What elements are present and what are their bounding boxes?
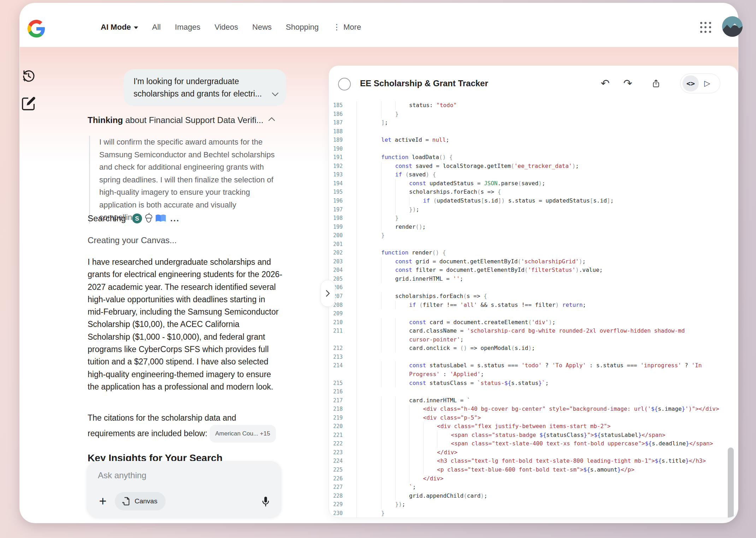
tab-ai-mode-label: AI Mode xyxy=(101,23,131,32)
code-row: 206 xyxy=(329,283,738,292)
line-number: 194 xyxy=(329,179,356,188)
ask-input[interactable] xyxy=(97,470,268,481)
line-number: 191 xyxy=(329,153,356,162)
gutter-divider xyxy=(356,101,357,517)
line-number: 203 xyxy=(329,257,356,266)
undo-button[interactable]: ↶ xyxy=(598,76,612,90)
code-line-text: render(); xyxy=(381,223,426,232)
line-number: 224 xyxy=(329,457,356,466)
more-vert-icon: ⋮ xyxy=(333,23,341,31)
thinking-topic: about Financial Support Data Verifi... xyxy=(123,115,264,125)
canvas-toggle-button[interactable]: Canvas xyxy=(115,492,166,510)
citation-chip[interactable]: American Cou... +15 xyxy=(209,425,276,443)
code-line-text: ]; xyxy=(381,118,388,127)
code-line-text: <div class="flex justify-between items-s… xyxy=(381,422,610,431)
new-chat-button[interactable] xyxy=(20,95,37,112)
code-line-text: const grid = document.getElementById('sc… xyxy=(381,257,586,266)
code-row: 208 if (filter !== 'all' && s.status !==… xyxy=(329,301,738,310)
redo-icon: ↷ xyxy=(623,78,632,89)
line-number: 202 xyxy=(329,248,356,257)
code-row: 196 if (updatedStatus[s.id]) s.status = … xyxy=(329,197,738,205)
code-row: 202function render() { xyxy=(329,248,738,257)
canvas-doc-icon xyxy=(121,496,131,506)
tab-ai-mode[interactable]: AI Mode xyxy=(101,23,138,32)
tab-news-label: News xyxy=(252,23,272,32)
code-line-text: <p class="text-blue-600 font-bold text-s… xyxy=(381,466,634,474)
line-number: 188 xyxy=(329,127,356,136)
code-row: 212 card.onclick = () => openModal(s.id)… xyxy=(329,344,738,353)
tab-videos[interactable]: Videos xyxy=(214,23,238,32)
line-number: 216 xyxy=(329,387,356,396)
code-view-button[interactable]: <> xyxy=(683,75,699,92)
canvas-status-circle-icon[interactable] xyxy=(338,78,351,90)
creating-canvas-status: Creating your Canvas... xyxy=(88,235,177,245)
history-button[interactable] xyxy=(20,68,37,84)
code-row: 204 const filter = document.getElementBy… xyxy=(329,266,738,275)
code-editor[interactable]: 185 status: "todo"186 }187];188189let ac… xyxy=(329,101,738,517)
tab-news[interactable]: News xyxy=(252,23,272,32)
line-number: 193 xyxy=(329,170,356,179)
line-number: 226 xyxy=(329,474,356,483)
searching-ellipsis: ... xyxy=(170,214,179,223)
redo-button[interactable]: ↷ xyxy=(621,76,635,90)
answer-paragraph-text: I have researched undergraduate scholars… xyxy=(88,257,282,391)
code-row: 224 <h3 class="text-lg font-bold text-sl… xyxy=(329,457,738,466)
line-number: 230 xyxy=(329,509,356,517)
code-line-text: Progress' : 'Applied'; xyxy=(381,370,484,379)
line-number: 195 xyxy=(329,188,356,197)
code-row: 228 grid.appendChild(card); xyxy=(329,492,738,501)
tab-more[interactable]: ⋮ More xyxy=(333,23,361,32)
line-number: 227 xyxy=(329,483,356,492)
code-row: 205 grid.innerHTML = ''; xyxy=(329,275,738,283)
panel-expand-handle[interactable] xyxy=(320,280,335,307)
code-row: 216 xyxy=(329,387,738,396)
line-number: 214 xyxy=(329,361,356,370)
line-number: 215 xyxy=(329,379,356,388)
google-apps-icon[interactable] xyxy=(700,22,711,33)
code-scrollbar-thumb[interactable] xyxy=(728,448,734,517)
tab-images[interactable]: Images xyxy=(175,23,200,32)
user-query-bubble[interactable]: I'm looking for undergraduate scholarshi… xyxy=(124,69,286,106)
line-number: 222 xyxy=(329,439,356,448)
code-line-text: </div> xyxy=(381,474,443,483)
mic-button[interactable] xyxy=(258,494,273,509)
code-line-text: if (saved) { xyxy=(381,170,436,179)
searching-label: Searching xyxy=(88,214,126,223)
code-line-text: scholarships.forEach(s => { xyxy=(381,292,487,301)
code-line-text: } xyxy=(381,110,398,119)
code-line-text: } xyxy=(381,509,385,517)
preview-run-button[interactable]: ▷ xyxy=(700,75,714,92)
code-line-text: const updatedStatus = JSON.parse(saved); xyxy=(381,179,545,188)
code-line-text: </div> xyxy=(381,448,457,457)
code-row: 215 const statusClass = `status-${s.stat… xyxy=(329,379,738,388)
line-number: 201 xyxy=(329,240,356,249)
code-row: 225 <p class="text-blue-600 font-bold te… xyxy=(329,466,738,474)
code-line-text: scholarships.forEach(s => { xyxy=(381,188,501,197)
google-logo[interactable] xyxy=(28,20,45,37)
code-row: 198 } xyxy=(329,214,738,223)
favicon-book-icon xyxy=(155,213,167,224)
code-line-text: card.className = 'scholarship-card bg-wh… xyxy=(381,327,685,335)
favicon-s-icon: S xyxy=(131,213,143,224)
line-number: 210 xyxy=(329,318,356,327)
avatar[interactable] xyxy=(722,16,743,37)
code-row: 193 if (saved) { xyxy=(329,170,738,179)
line-number: 229 xyxy=(329,500,356,509)
code-row: 186 } xyxy=(329,110,738,119)
line-number xyxy=(329,335,356,344)
canvas-pill-label: Canvas xyxy=(135,497,157,505)
line-number: 209 xyxy=(329,309,356,318)
code-line-text: <div class="p-5"> xyxy=(381,414,481,422)
tab-all[interactable]: All xyxy=(152,23,161,32)
code-line-text: card.onclick = () => openModal(s.id); xyxy=(381,344,535,353)
chevron-right-icon xyxy=(325,290,330,297)
add-button[interactable]: + xyxy=(95,493,111,509)
share-button[interactable] xyxy=(649,76,663,90)
chevron-down-icon xyxy=(271,92,279,97)
tab-shopping[interactable]: Shopping xyxy=(286,23,319,32)
mountain-avatar-image xyxy=(722,16,743,37)
thinking-header[interactable]: Thinking about Financial Support Data Ve… xyxy=(88,115,282,125)
searching-status: Searching S ... xyxy=(88,213,179,224)
line-number: 220 xyxy=(329,422,356,431)
answer-paragraph: I have researched undergraduate scholars… xyxy=(88,256,283,393)
